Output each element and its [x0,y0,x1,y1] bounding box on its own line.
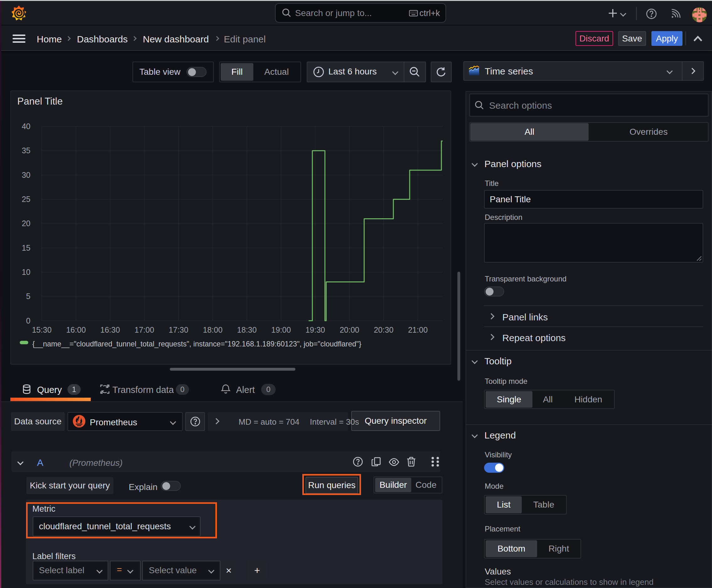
svg-text:5: 5 [26,292,30,300]
svg-text:40: 40 [22,122,30,131]
svg-text:15:30: 15:30 [32,326,52,334]
svg-text:16:00: 16:00 [66,326,86,334]
svg-text:19:30: 19:30 [305,326,325,334]
svg-text:35: 35 [22,146,30,155]
svg-text:18:00: 18:00 [203,326,222,334]
svg-text:18:30: 18:30 [237,326,257,334]
svg-text:17:30: 17:30 [169,326,188,334]
svg-text:16:30: 16:30 [101,326,120,334]
svg-text:25: 25 [22,195,30,204]
svg-text:0: 0 [26,316,30,325]
svg-text:20:30: 20:30 [374,326,394,334]
svg-text:10: 10 [22,268,30,276]
svg-text:30: 30 [22,171,30,180]
svg-text:20: 20 [22,219,30,228]
svg-text:17:00: 17:00 [135,326,154,334]
svg-text:20:00: 20:00 [340,326,360,334]
svg-text:21:00: 21:00 [408,326,428,334]
svg-text:19:00: 19:00 [271,326,291,334]
svg-text:{__name__="cloudflared_tunnel_: {__name__="cloudflared_tunnel_total_requ… [33,340,361,348]
svg-text:15: 15 [22,244,30,252]
